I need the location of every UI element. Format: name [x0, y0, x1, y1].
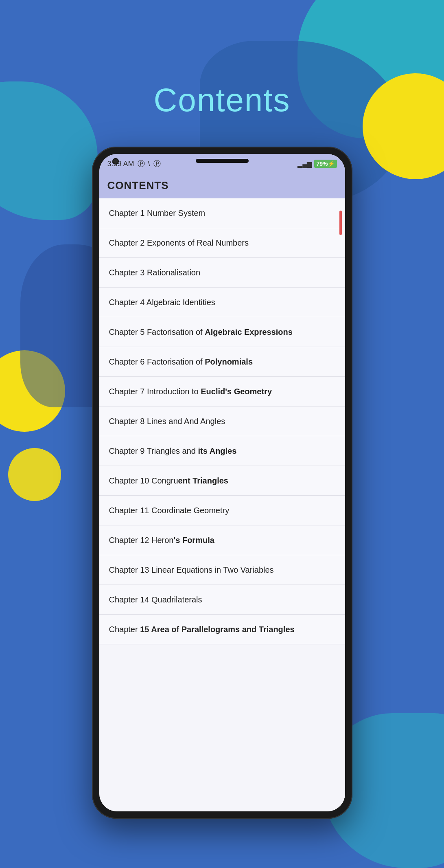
chapter-item-text-15: Chapter 15 Area of Parallelograms and Tr… — [109, 624, 295, 635]
status-p2: Ⓟ — [153, 159, 161, 169]
chapter-item-text-1: Chapter 1 Number System — [109, 207, 206, 219]
chapter-item-text-6: Chapter 6 Factorisation of Polynomials — [109, 356, 253, 367]
chapter-item-text-14: Chapter 14 Quadrilaterals — [109, 594, 202, 605]
chapter-item-9[interactable]: Chapter 9 Triangles and its Angles — [99, 436, 345, 466]
chapter-item-text-12: Chapter 12 Heron's Formula — [109, 534, 214, 546]
chapter-item-14[interactable]: Chapter 14 Quadrilaterals — [99, 585, 345, 615]
status-right: ▂▄▆ 79%⚡ — [297, 160, 337, 168]
chapter-item-3[interactable]: Chapter 3 Rationalisation — [99, 258, 345, 288]
phone-screen: 3:59 AM Ⓟ \ Ⓟ ▂▄▆ 79%⚡ CONTENTS — [99, 154, 345, 811]
chapter-item-11[interactable]: Chapter 11 Coordinate Geometry — [99, 496, 345, 525]
chapter-item-10[interactable]: Chapter 10 Congruent Triangles — [99, 466, 345, 496]
chapter-item-15[interactable]: Chapter 15 Area of Parallelograms and Tr… — [99, 615, 345, 644]
chapter-list-wrapper[interactable]: Chapter 1 Number SystemChapter 2 Exponen… — [99, 198, 345, 811]
app-header: CONTENTS — [99, 174, 345, 198]
chapter-item-text-5: Chapter 5 Factorisation of Algebraic Exp… — [109, 326, 293, 338]
chapter-item-5[interactable]: Chapter 5 Factorisation of Algebraic Exp… — [99, 317, 345, 347]
chapter-item-text-2: Chapter 2 Exponents of Real Numbers — [109, 237, 249, 248]
phone-speaker — [196, 159, 249, 163]
phone-camera — [112, 158, 119, 165]
chapter-item-text-13: Chapter 13 Linear Equations in Two Varia… — [109, 564, 274, 576]
phone-container: 3:59 AM Ⓟ \ Ⓟ ▂▄▆ 79%⚡ CONTENTS — [92, 147, 352, 819]
chapter-list: Chapter 1 Number SystemChapter 2 Exponen… — [99, 198, 345, 644]
chapter-item-2[interactable]: Chapter 2 Exponents of Real Numbers — [99, 228, 345, 258]
status-time: 3:59 AM — [107, 160, 134, 168]
chapter-item-text-3: Chapter 3 Rationalisation — [109, 267, 201, 278]
status-slash: \ — [148, 160, 150, 168]
chapter-item-6[interactable]: Chapter 6 Factorisation of Polynomials — [99, 347, 345, 377]
chapter-item-12[interactable]: Chapter 12 Heron's Formula — [99, 525, 345, 555]
chapter-item-text-10: Chapter 10 Congruent Triangles — [109, 475, 228, 486]
signal-icon: ▂▄▆ — [297, 160, 312, 168]
chapter-item-1[interactable]: Chapter 1 Number System — [99, 198, 345, 228]
blob-yellow-bottom — [8, 448, 61, 501]
chapter-item-text-4: Chapter 4 Algebraic Identities — [109, 297, 215, 308]
app-header-title: CONTENTS — [107, 179, 337, 192]
chapter-item-text-7: Chapter 7 Introduction to Euclid's Geome… — [109, 386, 272, 397]
chapter-item-7[interactable]: Chapter 7 Introduction to Euclid's Geome… — [99, 377, 345, 407]
status-p1: Ⓟ — [138, 159, 145, 169]
page-title: Contents — [0, 81, 444, 119]
chapter-item-text-11: Chapter 11 Coordinate Geometry — [109, 505, 230, 516]
status-bar: 3:59 AM Ⓟ \ Ⓟ ▂▄▆ 79%⚡ — [99, 154, 345, 174]
chapter-item-text-9: Chapter 9 Triangles and its Angles — [109, 445, 237, 457]
chapter-item-text-8: Chapter 8 Lines and And Angles — [109, 415, 225, 427]
phone-outer: 3:59 AM Ⓟ \ Ⓟ ▂▄▆ 79%⚡ CONTENTS — [92, 147, 352, 819]
chapter-item-13[interactable]: Chapter 13 Linear Equations in Two Varia… — [99, 555, 345, 585]
chapter-item-4[interactable]: Chapter 4 Algebraic Identities — [99, 288, 345, 317]
chapter-item-8[interactable]: Chapter 8 Lines and And Angles — [99, 407, 345, 436]
scroll-accent — [339, 211, 342, 235]
battery-icon: 79%⚡ — [314, 160, 337, 168]
